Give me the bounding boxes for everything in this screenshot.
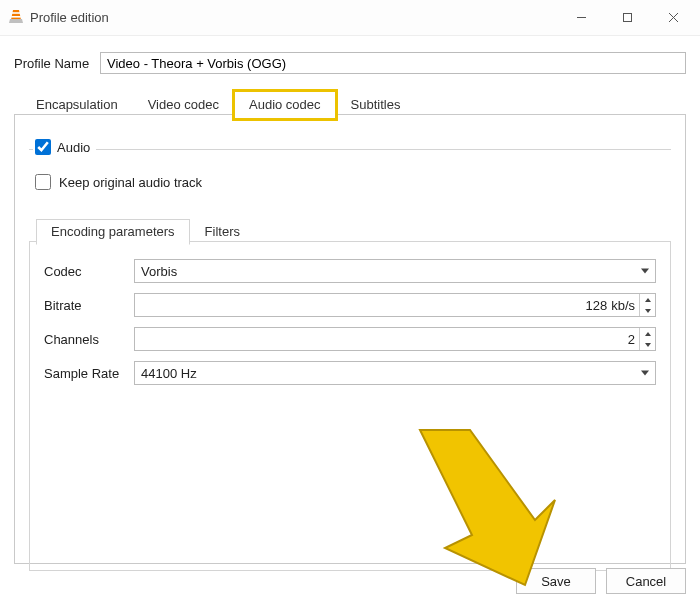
chevron-down-icon bbox=[641, 269, 649, 274]
tab-encoding-parameters[interactable]: Encoding parameters bbox=[36, 219, 190, 245]
tab-filters[interactable]: Filters bbox=[190, 219, 255, 245]
svg-rect-2 bbox=[11, 16, 21, 18]
audio-fieldset: Audio Keep original audio track Encoding… bbox=[29, 139, 671, 571]
samplerate-label: Sample Rate bbox=[44, 366, 134, 381]
channels-input[interactable]: 2 bbox=[134, 327, 656, 351]
title-bar: Profile edition bbox=[0, 0, 700, 36]
vlc-icon bbox=[8, 8, 24, 27]
bitrate-value: 128 bbox=[135, 298, 611, 313]
tab-encapsulation[interactable]: Encapsulation bbox=[21, 91, 133, 119]
codec-select[interactable]: Vorbis bbox=[134, 259, 656, 283]
profile-tabs: Encapsulation Video codec Audio codec Su… bbox=[14, 114, 686, 564]
profile-name-input[interactable] bbox=[100, 52, 686, 74]
keep-original-label: Keep original audio track bbox=[59, 175, 202, 190]
svg-marker-3 bbox=[9, 19, 23, 23]
save-button[interactable]: Save bbox=[516, 568, 596, 594]
window-title: Profile edition bbox=[30, 10, 558, 25]
bitrate-down-button[interactable] bbox=[640, 305, 655, 316]
minimize-button[interactable] bbox=[558, 0, 604, 35]
dialog-footer: Save Cancel bbox=[516, 568, 686, 594]
bitrate-unit: kb/s bbox=[611, 298, 639, 313]
tab-audio-codec[interactable]: Audio codec bbox=[234, 91, 336, 119]
bitrate-input[interactable]: 128 kb/s bbox=[134, 293, 656, 317]
audio-label: Audio bbox=[57, 140, 90, 155]
audio-checkbox[interactable] bbox=[35, 139, 51, 155]
svg-rect-5 bbox=[623, 14, 631, 22]
keep-original-checkbox[interactable] bbox=[35, 174, 51, 190]
codec-label: Codec bbox=[44, 264, 134, 279]
channels-label: Channels bbox=[44, 332, 134, 347]
channels-value: 2 bbox=[135, 332, 639, 347]
samplerate-select[interactable]: 44100 Hz bbox=[134, 361, 656, 385]
bitrate-up-button[interactable] bbox=[640, 294, 655, 305]
cancel-button[interactable]: Cancel bbox=[606, 568, 686, 594]
samplerate-value: 44100 Hz bbox=[141, 366, 197, 381]
profile-name-label: Profile Name bbox=[14, 56, 100, 71]
bitrate-label: Bitrate bbox=[44, 298, 134, 313]
tab-video-codec[interactable]: Video codec bbox=[133, 91, 234, 119]
close-button[interactable] bbox=[650, 0, 696, 35]
svg-rect-1 bbox=[12, 12, 20, 14]
channels-up-button[interactable] bbox=[640, 328, 655, 339]
codec-value: Vorbis bbox=[141, 264, 177, 279]
chevron-down-icon bbox=[641, 371, 649, 376]
maximize-button[interactable] bbox=[604, 0, 650, 35]
svg-marker-0 bbox=[11, 10, 21, 20]
audio-inner-tabs: Encoding parameters Filters Codec Vorbis bbox=[29, 241, 671, 571]
tab-subtitles[interactable]: Subtitles bbox=[336, 91, 416, 119]
profile-name-row: Profile Name bbox=[14, 52, 686, 74]
channels-down-button[interactable] bbox=[640, 339, 655, 350]
